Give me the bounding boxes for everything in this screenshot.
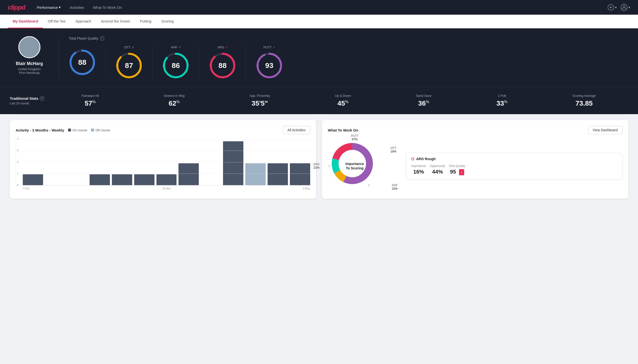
donut-card-inner: PUTT 57% OTT 10% APP 12% ARG 21%	[328, 139, 622, 193]
svg-point-15	[209, 64, 212, 67]
bar-off-course-10	[245, 163, 266, 185]
stat-up-and-down: Up & Down 45%	[335, 94, 351, 107]
tab-putting[interactable]: Putting	[135, 15, 156, 28]
segment-dot	[368, 184, 370, 186]
svg-point-18	[256, 64, 259, 67]
legend-on-course: On course	[68, 128, 87, 132]
app-ext-label: OTT 10%	[390, 146, 396, 153]
bar-group-4	[112, 174, 132, 185]
bar-group-6	[156, 174, 177, 185]
x-label-end: 9 May	[214, 187, 310, 190]
svg-rect-4	[25, 48, 34, 55]
putt-ext-label: ARG 21%	[313, 162, 319, 170]
add-button[interactable]: ▾	[608, 4, 617, 10]
tab-around-the-green[interactable]: Around the Green	[96, 15, 135, 28]
vertical-divider	[59, 36, 59, 79]
bar-group-12	[290, 163, 310, 185]
bar-on-course-9	[223, 141, 243, 185]
nav-activities[interactable]: Activities	[70, 5, 84, 10]
activity-card-header: Activity - 3 Months - Weekly On course O…	[16, 126, 310, 134]
info-card: ARG Rough Importance 16% Opportunity 44%…	[406, 153, 622, 180]
info-card-wrapper: ARG Rough Importance 16% Opportunity 44%…	[406, 153, 622, 180]
svg-point-1	[621, 4, 627, 10]
stat-app-proximity: App. Proximity 35'5"	[250, 94, 270, 107]
circle-arg: 88	[209, 52, 236, 79]
player-country: United Kingdom	[18, 67, 41, 71]
info-stat-importance: Importance 16%	[411, 164, 426, 175]
stat-fairways-hit: Fairways Hit 57%	[82, 94, 99, 107]
top-nav: clippd Performance ▾ Activities What To …	[0, 0, 638, 15]
bar-group-10	[245, 163, 266, 185]
bar-chart: 4 3 2 1 0 7 Feb 28 Mar 9 May	[16, 139, 310, 193]
stat-greens-in-reg: Greens In Reg 62%	[164, 94, 185, 107]
nav-what-to-work-on[interactable]: What To Work On	[93, 5, 122, 10]
avatar	[18, 36, 40, 58]
score-arg-value: 88	[218, 61, 227, 70]
grid-line-2: 2	[23, 162, 310, 162]
chevron-down-icon: ▾	[628, 6, 630, 9]
circle-ott: 87	[116, 52, 142, 79]
score-app-value: 86	[172, 61, 180, 70]
bar-on-course-11	[268, 163, 288, 185]
nav-right: ▾ ▾	[608, 4, 630, 11]
user-menu[interactable]: ▾	[621, 4, 630, 11]
bar-on-course-5	[134, 174, 154, 185]
bar-group-11	[268, 163, 288, 185]
trending-up-icon: ↗	[273, 46, 275, 49]
score-app-label: APP ↗	[171, 46, 181, 49]
score-total: 88	[69, 49, 106, 76]
bar-on-course-6	[156, 174, 177, 185]
total-quality-label: Total Player Quality ?	[69, 36, 628, 40]
view-dashboard-button[interactable]: View Dashboard	[588, 126, 622, 134]
stat-section-title: Traditional Stats ?	[10, 96, 49, 101]
info-stat-shot-quality: Shot Quality 95 ↓	[449, 164, 465, 175]
bar-on-course-3	[90, 174, 110, 185]
player-handicap: Plus Handicap	[19, 71, 40, 74]
hero-section: Blair McHarg United Kingdom Plus Handica…	[0, 28, 638, 87]
app-logo[interactable]: clippd	[8, 4, 25, 11]
tab-approach[interactable]: Approach	[71, 15, 96, 28]
trending-up-icon: ↗	[225, 46, 228, 49]
tab-my-dashboard[interactable]: My Dashboard	[8, 15, 43, 28]
svg-point-12	[163, 64, 165, 67]
help-icon[interactable]: ?	[40, 96, 44, 101]
info-card-indicator	[411, 158, 414, 160]
score-app: APP ↗ 86	[152, 46, 199, 79]
work-on-title: What To Work On	[328, 128, 358, 132]
off-course-dot	[91, 128, 94, 132]
activity-card: Activity - 3 Months - Weekly On course O…	[10, 120, 316, 199]
shot-quality-badge: ↓	[459, 169, 464, 175]
circle-app: 86	[162, 52, 189, 79]
score-ott-value: 87	[125, 61, 133, 70]
scores-section: Total Player Quality ? 88	[69, 36, 628, 79]
score-arg: ARG ↗ 88	[199, 46, 246, 79]
score-ott: OTT ↗ 87	[106, 46, 152, 79]
grid-line-1: 1	[23, 174, 310, 174]
circle-total: 88	[69, 49, 96, 76]
stat-sand-save: Sand Save 36%	[416, 94, 432, 107]
x-labels: 7 Feb 28 Mar 9 May	[16, 187, 310, 190]
bar-on-course-12	[290, 163, 310, 185]
stat-label-section: Traditional Stats ? Last 20 rounds	[10, 96, 49, 105]
score-putt: PUTT ↗ 93	[246, 46, 293, 79]
svg-point-2	[623, 6, 625, 8]
donut-chart: Importance To Scoring	[328, 139, 382, 193]
score-circles: 88 OTT ↗ 87	[69, 46, 628, 79]
nav-performance[interactable]: Performance ▾	[37, 5, 61, 10]
score-arg-label: ARG ↗	[218, 46, 228, 49]
player-name: Blair McHarg	[16, 61, 43, 66]
work-on-card: What To Work On View Dashboard PUTT 57% …	[322, 120, 628, 199]
player-info: Blair McHarg United Kingdom Plus Handica…	[10, 36, 49, 74]
score-putt-value: 93	[265, 61, 273, 70]
nav-links: Performance ▾ Activities What To Work On	[37, 5, 608, 10]
tab-off-the-tee[interactable]: Off the Tee	[43, 15, 71, 28]
all-activities-button[interactable]: All Activities	[283, 126, 310, 134]
tab-scoring[interactable]: Scoring	[156, 15, 178, 28]
x-label-mid: 28 Mar	[118, 187, 215, 190]
help-icon[interactable]: ?	[100, 36, 104, 40]
donut-section: PUTT 57% OTT 10% APP 12% ARG 21%	[328, 139, 382, 193]
legend-off-course: Off course	[91, 128, 110, 132]
bar-group-0	[23, 174, 43, 185]
grid-line-4: 4	[23, 139, 310, 139]
stat-scoring-average: Scoring Average 73.85	[572, 94, 596, 107]
